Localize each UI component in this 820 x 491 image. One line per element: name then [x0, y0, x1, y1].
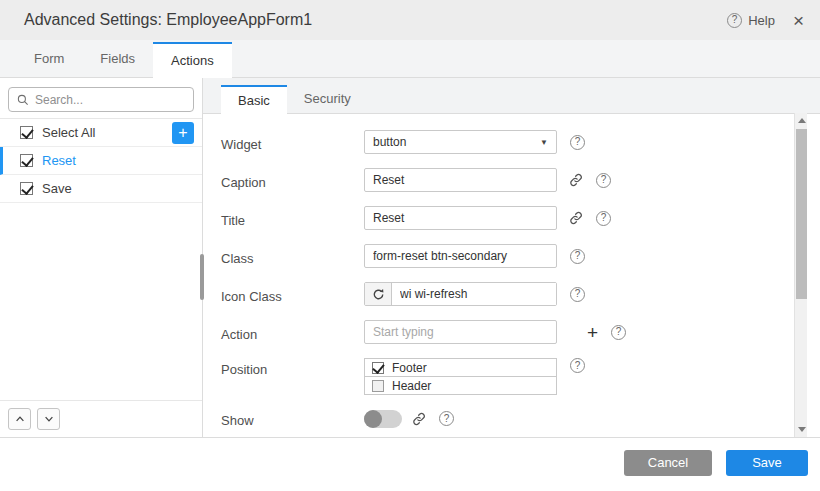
- caption-input[interactable]: [364, 168, 557, 192]
- cancel-button[interactable]: Cancel: [624, 450, 712, 476]
- show-help-icon[interactable]: ?: [439, 411, 454, 426]
- save-checkbox[interactable]: [20, 182, 33, 195]
- header-option-label: Header: [392, 379, 431, 393]
- toggle-knob: [364, 410, 382, 428]
- link-icon[interactable]: [569, 211, 583, 225]
- refresh-icon[interactable]: [365, 283, 392, 305]
- action-help-icon[interactable]: ?: [611, 325, 626, 340]
- link-icon[interactable]: [412, 412, 426, 426]
- action-settings-panel: Basic Security Widget button ▼ ? Caption: [203, 78, 820, 437]
- show-label: Show: [221, 409, 364, 428]
- show-toggle[interactable]: [364, 410, 402, 428]
- search-container: [0, 78, 202, 119]
- select-all-label: Select All: [42, 125, 95, 140]
- footer-checkbox[interactable]: [372, 362, 384, 374]
- tab-security[interactable]: Security: [287, 85, 368, 113]
- header-actions: ? Help ×: [727, 11, 804, 30]
- reset-checkbox[interactable]: [20, 154, 33, 167]
- position-options: Footer Header: [364, 358, 557, 395]
- tab-fields[interactable]: Fields: [82, 42, 153, 77]
- field-row-position: Position Footer Header ?: [221, 358, 780, 395]
- footer-option-label: Footer: [392, 361, 427, 375]
- field-row-icon-class: Icon Class ?: [221, 282, 780, 306]
- help-label: Help: [748, 13, 775, 28]
- actions-sidebar: Select All + Reset Save: [0, 78, 203, 437]
- select-all-row[interactable]: Select All +: [0, 119, 202, 147]
- class-label: Class: [221, 247, 364, 266]
- icon-class-label: Icon Class: [221, 285, 364, 304]
- save-button[interactable]: Save: [726, 450, 808, 476]
- caption-label: Caption: [221, 171, 364, 190]
- tab-basic[interactable]: Basic: [221, 85, 287, 114]
- move-up-button[interactable]: [8, 408, 31, 430]
- move-down-button[interactable]: [37, 408, 60, 430]
- field-row-class: Class ?: [221, 244, 780, 268]
- scroll-down-icon[interactable]: [798, 427, 806, 432]
- field-row-widget: Widget button ▼ ?: [221, 130, 780, 154]
- advanced-settings-dialog: Advanced Settings: EmployeeAppForm1 ? He…: [0, 0, 820, 491]
- help-icon: ?: [727, 13, 742, 28]
- dialog-header: Advanced Settings: EmployeeAppForm1 ? He…: [0, 0, 820, 40]
- field-row-action: Action + ?: [221, 320, 780, 344]
- tab-actions[interactable]: Actions: [153, 42, 232, 78]
- link-icon[interactable]: [569, 173, 583, 187]
- class-help-icon[interactable]: ?: [570, 249, 585, 264]
- position-label: Position: [221, 358, 364, 377]
- basic-settings-form: Widget button ▼ ? Caption: [203, 114, 820, 437]
- dialog-body: Select All + Reset Save: [0, 78, 820, 437]
- field-row-title: Title ?: [221, 206, 780, 230]
- position-help-icon[interactable]: ?: [570, 358, 585, 373]
- tab-form[interactable]: Form: [16, 42, 82, 77]
- header-checkbox[interactable]: [372, 380, 384, 392]
- scrollbar-thumb[interactable]: [796, 129, 807, 299]
- widget-select-value: button: [373, 135, 406, 149]
- title-help-icon[interactable]: ?: [596, 211, 611, 226]
- widget-select[interactable]: button ▼: [364, 130, 557, 154]
- widget-label: Widget: [221, 133, 364, 152]
- field-row-caption: Caption ?: [221, 168, 780, 192]
- dialog-footer: Cancel Save: [0, 437, 820, 491]
- dropdown-caret-icon: ▼: [540, 138, 548, 147]
- action-label: Action: [221, 323, 364, 342]
- sidebar-item-reset[interactable]: Reset: [0, 147, 202, 175]
- chevron-down-icon: [43, 413, 55, 425]
- plus-icon: +: [178, 125, 187, 141]
- icon-class-input[interactable]: [392, 283, 556, 305]
- sidebar-footer: [0, 400, 202, 437]
- add-action-handler-icon[interactable]: +: [587, 323, 598, 342]
- action-input[interactable]: [364, 320, 557, 344]
- sidebar-item-label: Save: [42, 181, 72, 196]
- dialog-title: Advanced Settings: EmployeeAppForm1: [24, 11, 312, 29]
- widget-help-icon[interactable]: ?: [570, 135, 585, 150]
- sidebar-item-save[interactable]: Save: [0, 175, 202, 203]
- title-label: Title: [221, 209, 364, 228]
- icon-class-help-icon[interactable]: ?: [570, 287, 585, 302]
- position-option-footer[interactable]: Footer: [364, 358, 557, 377]
- sidebar-spacer: [0, 203, 202, 400]
- icon-class-group: [364, 282, 557, 306]
- vertical-scrollbar[interactable]: [794, 113, 807, 437]
- scroll-up-icon[interactable]: [798, 118, 806, 123]
- title-input[interactable]: [364, 206, 557, 230]
- search-box: [8, 87, 194, 112]
- class-input[interactable]: [364, 244, 557, 268]
- position-option-header[interactable]: Header: [364, 376, 557, 395]
- caption-help-icon[interactable]: ?: [596, 173, 611, 188]
- main-tabbar: Form Fields Actions: [0, 40, 820, 78]
- panel-tabbar: Basic Security: [203, 78, 820, 114]
- field-row-show: Show ?: [221, 409, 780, 428]
- search-icon: [17, 94, 29, 106]
- close-icon[interactable]: ×: [793, 11, 804, 30]
- search-input[interactable]: [35, 93, 185, 107]
- sidebar-item-label: Reset: [42, 153, 76, 168]
- add-action-button[interactable]: +: [172, 122, 194, 144]
- chevron-up-icon: [14, 413, 26, 425]
- select-all-checkbox[interactable]: [20, 126, 33, 139]
- help-button[interactable]: ? Help: [727, 13, 775, 28]
- panel-resize-handle[interactable]: [200, 254, 204, 300]
